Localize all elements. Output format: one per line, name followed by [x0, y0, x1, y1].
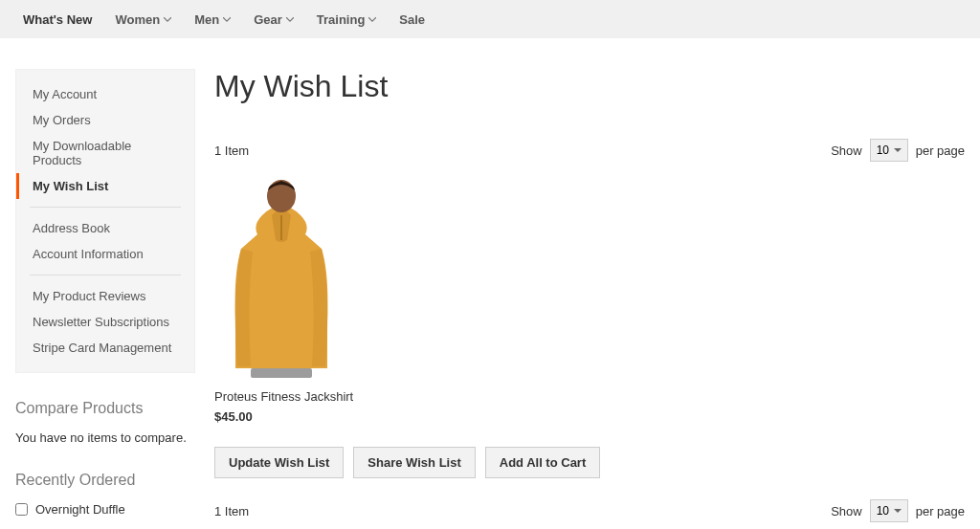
wishlist-actions: Update Wish List Share Wish List Add All… — [214, 447, 965, 478]
sidebar-item-reviews[interactable]: My Product Reviews — [16, 283, 194, 309]
per-page-label: per page — [916, 143, 965, 158]
chevron-down-icon — [368, 17, 376, 22]
main-content: My Wish List 1 Item Show 10 per page — [214, 69, 965, 529]
page-title: My Wish List — [214, 69, 965, 104]
nav-men[interactable]: Men — [194, 12, 231, 27]
top-nav: What's New Women Men Gear Training Sale — [0, 0, 980, 38]
item-count: 1 Item — [214, 504, 249, 518]
recently-ordered-title: Recently Ordered — [15, 472, 195, 489]
compare-title: Compare Products — [15, 400, 195, 417]
sidebar-item-address-book[interactable]: Address Book — [16, 215, 194, 241]
svg-point-1 — [267, 180, 296, 212]
compare-empty: You have no items to compare. — [15, 430, 195, 445]
toolbar-top: 1 Item Show 10 per page — [214, 139, 965, 162]
recent-checkbox[interactable] — [15, 503, 28, 516]
sidebar-item-my-account[interactable]: My Account — [16, 81, 194, 107]
update-wishlist-button[interactable]: Update Wish List — [214, 447, 344, 478]
recent-item-label: Overnight Duffle — [35, 502, 125, 517]
wishlist-item[interactable]: Proteus Fitness Jackshirt $45.00 — [214, 177, 387, 424]
sidebar-item-account-info[interactable]: Account Information — [16, 241, 194, 267]
product-name[interactable]: Proteus Fitness Jackshirt — [214, 389, 387, 404]
limiter-select[interactable]: 10 — [870, 499, 908, 522]
sidebar-item-my-orders[interactable]: My Orders — [16, 107, 194, 133]
wishlist-grid: Proteus Fitness Jackshirt $45.00 — [214, 177, 965, 424]
nav-label: Men — [194, 12, 219, 27]
toolbar-bottom: 1 Item Show 10 per page — [214, 499, 965, 522]
show-label: Show — [831, 143, 862, 158]
nav-whats-new[interactable]: What's New — [23, 12, 92, 27]
nav-sale[interactable]: Sale — [399, 12, 425, 27]
nav-label: Gear — [254, 12, 282, 27]
product-image[interactable] — [214, 177, 348, 378]
nav-gear[interactable]: Gear — [254, 12, 294, 27]
sidebar-item-downloadable[interactable]: My Downloadable Products — [16, 133, 194, 173]
divider — [30, 275, 181, 276]
chevron-down-icon — [164, 17, 171, 22]
sidebar-item-stripe[interactable]: Stripe Card Management — [16, 335, 194, 361]
show-label: Show — [831, 504, 862, 518]
nav-women[interactable]: Women — [115, 12, 171, 27]
share-wishlist-button[interactable]: Share Wish List — [353, 447, 475, 478]
limiter-select[interactable]: 10 — [870, 139, 908, 162]
nav-training[interactable]: Training — [317, 12, 377, 27]
recent-item[interactable]: Overnight Duffle — [15, 502, 195, 517]
recently-ordered-block: Recently Ordered Overnight Duffle Add to… — [15, 472, 195, 529]
nav-label: Women — [115, 12, 160, 27]
account-nav: My Account My Orders My Downloadable Pro… — [15, 69, 195, 373]
nav-label: What's New — [23, 12, 92, 27]
item-count: 1 Item — [214, 143, 249, 158]
product-price: $45.00 — [214, 409, 387, 424]
add-all-to-cart-button[interactable]: Add All to Cart — [485, 447, 601, 478]
nav-label: Training — [317, 12, 366, 27]
divider — [30, 207, 181, 208]
sidebar: My Account My Orders My Downloadable Pro… — [15, 69, 195, 529]
per-page-label: per page — [916, 504, 965, 518]
sidebar-item-newsletter[interactable]: Newsletter Subscriptions — [16, 309, 194, 335]
chevron-down-icon — [223, 17, 231, 22]
sidebar-item-wishlist[interactable]: My Wish List — [16, 173, 194, 199]
nav-label: Sale — [399, 12, 425, 27]
compare-block: Compare Products You have no items to co… — [15, 400, 195, 445]
chevron-down-icon — [286, 17, 294, 22]
svg-rect-2 — [251, 368, 312, 378]
